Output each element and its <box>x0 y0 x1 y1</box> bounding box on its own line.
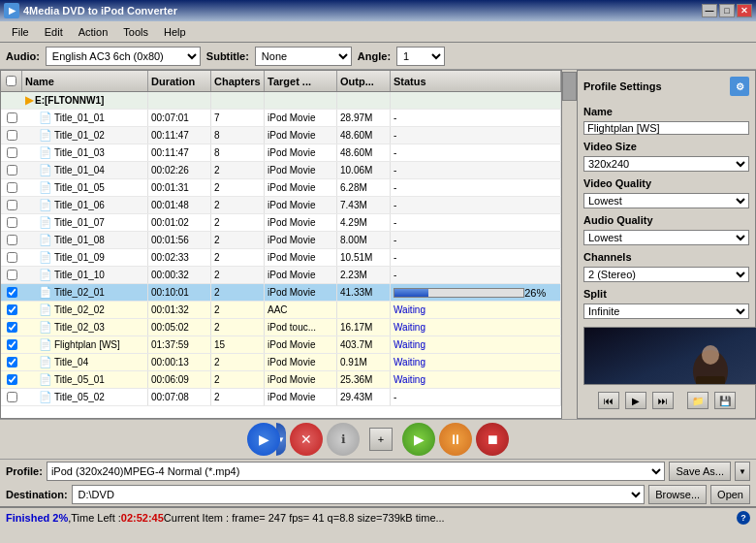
row-checkbox[interactable] <box>7 357 17 367</box>
menubar: File Edit Action Tools Help <box>0 21 756 43</box>
row-duration: 00:07:08 <box>148 389 211 405</box>
help-button[interactable]: ? <box>737 511 750 525</box>
add-button[interactable]: + <box>369 428 393 451</box>
minimize-button[interactable]: — <box>702 4 717 17</box>
table-row[interactable]: 📄Title_01_0800:01:562iPod Movie8.00M- <box>1 232 561 249</box>
table-row[interactable]: 📄Title_02_0200:01:322AACWaiting <box>1 302 561 319</box>
menu-tools[interactable]: Tools <box>115 24 156 40</box>
row-output <box>337 92 391 109</box>
row-checkbox[interactable] <box>7 287 17 298</box>
subtitle-select[interactable]: None <box>255 47 352 66</box>
row-checkbox[interactable] <box>7 147 17 158</box>
row-name: 📄Title_01_10 <box>22 267 148 283</box>
preview-folder-button[interactable]: 📁 <box>687 392 709 409</box>
stop-button[interactable]: ✕ <box>290 423 323 456</box>
destination-select[interactable]: D:\DVD <box>72 485 646 504</box>
row-checkbox[interactable] <box>7 322 17 333</box>
row-checkbox[interactable] <box>7 182 17 193</box>
audio-select[interactable]: English AC3 6ch (0x80) <box>46 47 201 66</box>
play-convert-button[interactable]: ▶ <box>247 423 280 456</box>
row-checkbox[interactable] <box>7 304 17 315</box>
menu-file[interactable]: File <box>4 24 37 40</box>
video-quality-select[interactable]: Lowest <box>583 193 749 208</box>
row-output: 10.51M <box>337 249 391 266</box>
preview-next-button[interactable]: ⏭ <box>652 392 674 409</box>
table-row[interactable]: 📄Flightplan [WS]01:37:5915iPod Movie403.… <box>1 336 561 354</box>
pause-button[interactable]: ⏸ <box>439 423 472 456</box>
video-size-select[interactable]: 320x240 <box>583 156 749 172</box>
row-status: - <box>391 267 561 283</box>
scrollbar-thumb[interactable] <box>562 72 577 101</box>
row-checkbox-cell <box>1 270 22 280</box>
table-row[interactable]: 📄Title_01_0900:02:332iPod Movie10.51M- <box>1 249 561 267</box>
table-row[interactable]: ▶ E:[FLTONNW1] <box>1 92 561 110</box>
profile-arrow-button[interactable]: ▼ <box>735 462 750 481</box>
name-input[interactable] <box>583 121 749 135</box>
row-checkbox[interactable] <box>7 235 17 245</box>
select-all-checkbox[interactable] <box>6 76 16 86</box>
scrollbar[interactable] <box>561 70 577 419</box>
table-row[interactable]: 📄Title_01_0400:02:262iPod Movie10.06M- <box>1 162 561 179</box>
confirm-button[interactable]: ▶ <box>402 423 435 456</box>
channels-select[interactable]: 2 (Stereo) <box>583 267 749 282</box>
row-output: 25.36M <box>337 371 391 388</box>
save-as-button[interactable]: Save As... <box>669 462 731 481</box>
abort-button[interactable]: ⏹ <box>476 423 509 456</box>
row-target: iPod touc... <box>265 319 337 335</box>
maximize-button[interactable]: □ <box>719 4 735 17</box>
preview-save-button[interactable]: 💾 <box>714 392 736 409</box>
table-row[interactable]: 📄Title_01_0600:01:482iPod Movie7.43M- <box>1 197 561 214</box>
table-row[interactable]: 📄Title_01_0100:07:017iPod Movie28.97M- <box>1 110 561 127</box>
row-checkbox[interactable] <box>7 392 17 402</box>
subtitle-label: Subtitle: <box>206 50 249 62</box>
current-item-status: Current Item : frame= 247 fps= 41 q=8.8 … <box>164 512 445 524</box>
table-row[interactable]: 📄Title_02_0100:10:012iPod Movie41.33M 26… <box>1 284 561 302</box>
table-row[interactable]: 📄Title_05_0200:07:082iPod Movie29.43M- <box>1 389 561 406</box>
menu-help[interactable]: Help <box>156 24 194 40</box>
row-checkbox[interactable] <box>7 112 17 123</box>
row-checkbox-cell <box>1 112 22 123</box>
row-checkbox[interactable] <box>7 130 17 141</box>
row-status: Waiting <box>391 354 561 370</box>
progress-bar-container <box>394 288 524 298</box>
row-checkbox[interactable] <box>7 200 17 210</box>
table-row[interactable]: 📄Title_01_0300:11:478iPod Movie48.60M- <box>1 144 561 162</box>
row-name: 📄Title_01_08 <box>22 232 148 248</box>
row-target: iPod Movie <box>265 214 337 231</box>
table-row[interactable]: 📄Title_0400:00:132iPod Movie0.91MWaiting <box>1 354 561 371</box>
row-name: 📄Title_01_01 <box>22 110 148 126</box>
row-target: iPod Movie <box>265 284 337 301</box>
close-button[interactable]: ✕ <box>737 4 752 17</box>
video-size-label: Video Size <box>583 141 749 152</box>
browse-button[interactable]: Browse... <box>648 485 707 504</box>
row-name: 📄Title_02_02 <box>22 302 148 318</box>
open-button[interactable]: Open <box>710 485 750 504</box>
header-checkbox <box>1 71 22 91</box>
preview-play-button[interactable]: ▶ <box>625 392 646 409</box>
row-checkbox[interactable] <box>7 339 17 350</box>
row-name: 📄Title_04 <box>22 354 148 370</box>
angle-select[interactable]: 1 <box>396 47 445 66</box>
menu-action[interactable]: Action <box>71 24 116 40</box>
row-name: ▶ E:[FLTONNW1] <box>22 92 148 109</box>
table-row[interactable]: 📄Title_01_0700:01:022iPod Movie4.29M- <box>1 214 561 232</box>
row-checkbox[interactable] <box>7 217 17 228</box>
settings-icon[interactable]: ⚙ <box>730 77 749 96</box>
split-select[interactable]: Infinite <box>583 303 749 319</box>
audio-quality-select[interactable]: Lowest <box>583 230 749 245</box>
table-row[interactable]: 📄Title_01_0200:11:478iPod Movie48.60M- <box>1 127 561 144</box>
svg-point-2 <box>702 345 719 365</box>
info-button[interactable]: ℹ <box>327 423 360 456</box>
row-checkbox[interactable] <box>7 165 17 176</box>
table-row[interactable]: 📄Title_01_1000:00:322iPod Movie2.23M- <box>1 267 561 284</box>
profile-select[interactable]: iPod (320x240)MPEG-4 Normal (*.mp4) <box>47 462 666 481</box>
row-name: 📄Flightplan [WS] <box>22 336 148 353</box>
table-row[interactable]: 📄Title_01_0500:01:312iPod Movie6.28M- <box>1 179 561 197</box>
row-checkbox[interactable] <box>7 270 17 280</box>
table-row[interactable]: 📄Title_05_0100:06:092iPod Movie25.36MWai… <box>1 371 561 389</box>
row-checkbox[interactable] <box>7 374 17 385</box>
table-row[interactable]: 📄Title_02_0300:05:022iPod touc...16.17MW… <box>1 319 561 336</box>
preview-prev-button[interactable]: ⏮ <box>598 392 619 409</box>
row-checkbox[interactable] <box>7 252 17 263</box>
menu-edit[interactable]: Edit <box>37 24 71 40</box>
